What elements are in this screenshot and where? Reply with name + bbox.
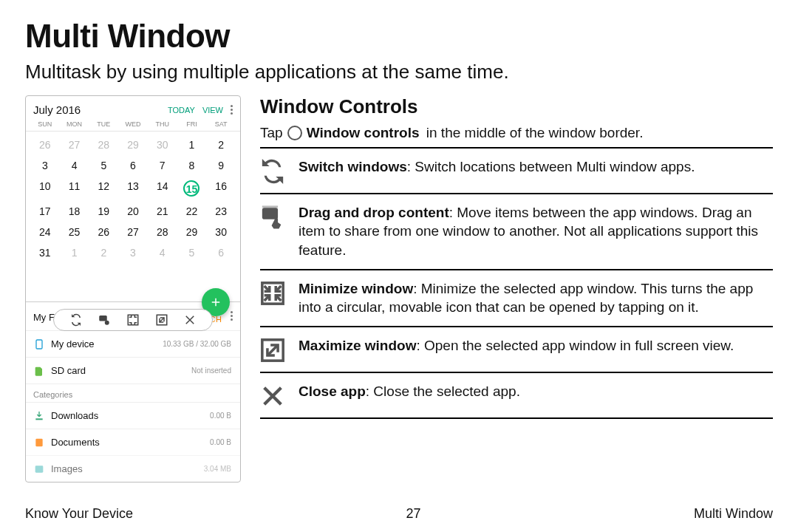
minimize-window-icon — [260, 281, 285, 306]
svg-rect-0 — [100, 316, 108, 321]
drag-and-drop-icon[interactable] — [98, 313, 111, 327]
calendar-grid: 262728293012 3456789 10111213141516 1718… — [26, 132, 240, 285]
close-app-icon — [260, 383, 285, 409]
drag-and-drop-icon — [260, 205, 285, 230]
section-heading: Window Controls — [260, 95, 773, 118]
myfiles-storage-row[interactable]: SD card Not inserted — [26, 357, 240, 383]
device-icon — [33, 338, 45, 350]
calendar-view-link[interactable]: VIEW — [202, 106, 223, 115]
image-icon — [33, 463, 45, 475]
calendar-dow-row: SUNMONTUEWEDTHUFRISAT — [26, 120, 240, 132]
overflow-menu-icon[interactable] — [231, 310, 233, 322]
footer-section: Know Your Device — [25, 506, 133, 522]
maximize-window-icon — [260, 338, 285, 363]
definition-maximize: Maximize window: Open the selected app w… — [260, 327, 773, 373]
svg-rect-2 — [128, 315, 138, 325]
section-intro: Tap Window controls in the middle of the… — [260, 124, 773, 143]
sd-card-icon — [33, 365, 45, 377]
footer-topic: Multi Window — [694, 506, 773, 522]
page-subtitle: Multitask by using multiple applications… — [25, 61, 773, 83]
calendar-today-link[interactable]: TODAY — [168, 106, 195, 115]
svg-rect-5 — [35, 418, 42, 420]
svg-point-1 — [105, 321, 109, 325]
svg-rect-6 — [35, 438, 42, 446]
svg-rect-9 — [262, 205, 278, 208]
svg-rect-4 — [36, 340, 42, 349]
minimize-window-icon[interactable] — [126, 313, 140, 327]
download-icon — [33, 410, 45, 422]
overflow-menu-icon[interactable] — [231, 103, 233, 116]
definition-switch-windows: Switch windows: Switch locations between… — [260, 149, 773, 194]
myfiles-category-row[interactable]: Documents 0.00 B — [26, 429, 240, 455]
definition-minimize: Minimize window: Minimize the selected a… — [260, 270, 773, 327]
document-icon — [33, 437, 45, 449]
myfiles-storage-row[interactable]: My device 10.33 GB / 32.00 GB — [26, 330, 240, 357]
close-app-icon[interactable] — [183, 313, 197, 327]
switch-windows-icon — [260, 159, 285, 184]
myfiles-category-row[interactable]: Downloads 0.00 B — [26, 402, 240, 429]
page-title: Multi Window — [25, 18, 773, 55]
calendar-month: July 2016 — [33, 103, 81, 116]
calendar-today-cell[interactable]: 15 — [183, 180, 200, 197]
definition-drag-drop: Drag and drop content: Move items betwee… — [260, 194, 773, 270]
footer-page-number: 27 — [406, 506, 421, 522]
myfiles-category-row[interactable]: Images 3.04 MB — [26, 455, 240, 482]
device-screenshot: July 2016 TODAY VIEW SUNMONTUEWEDTHUFRIS… — [25, 95, 241, 482]
window-controls-handle[interactable] — [53, 309, 213, 331]
switch-windows-icon[interactable] — [69, 313, 83, 327]
definition-close: Close app: Close the selected app. — [260, 373, 773, 419]
plus-icon — [209, 296, 222, 309]
svg-rect-7 — [35, 466, 44, 472]
myfiles-categories-label: Categories — [26, 383, 240, 402]
svg-rect-8 — [262, 208, 278, 219]
maximize-window-icon[interactable] — [155, 313, 168, 327]
window-controls-handle-icon — [287, 126, 302, 140]
